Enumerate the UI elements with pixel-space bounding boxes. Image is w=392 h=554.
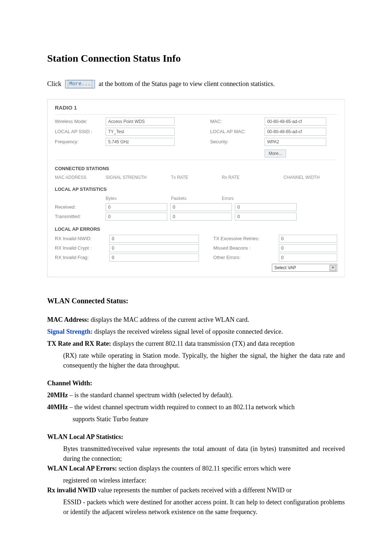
term-txrx: TX Rate and RX Rate:	[47, 340, 111, 347]
label-local-ssid: LOCAL AP SSID :	[55, 128, 106, 135]
field-missed-beacons[interactable]: 0	[279, 244, 337, 252]
field-rx-invalid-crypt[interactable]: 0	[109, 244, 199, 252]
text-wlan-local-err1: section displays the counters of 802.11 …	[117, 465, 291, 472]
p-20mhz: 20MHz – is the standard channel spectrum…	[47, 390, 345, 400]
chevron-down-icon: ▾	[330, 265, 336, 271]
local-ap-errors-title: LOCAL AP ERRORS	[55, 226, 337, 233]
p-wlan-local-err-cont: registered on wireless interface:	[47, 476, 345, 485]
label-local-ap-mac: LOCAL AP MAC:	[210, 128, 265, 135]
wlan-local-ap-stats-title: WLAN Local AP Statistics:	[47, 432, 345, 442]
text-txrx1: displays the current 802.11 data transmi…	[111, 340, 295, 347]
label-security: Security:	[210, 138, 265, 145]
term-mac-address: MAC Address:	[47, 316, 89, 323]
field-rx-invalid-frag[interactable]: 0	[109, 254, 199, 262]
row-transmitted: Transmitted: 0 0 0	[55, 213, 337, 221]
label-transmitted: Transmitted:	[55, 213, 106, 220]
text-20mhz: – is the standard channel spectrum width…	[68, 391, 233, 399]
more-button-label: More...	[68, 80, 92, 88]
field-local-ssid[interactable]: TY_Test	[106, 128, 175, 136]
local-ap-stats-title: LOCAL AP STATISTICS	[55, 186, 337, 193]
th-mac: MAC ADDRESS	[55, 174, 106, 181]
label-tx-excessive-retries: TX Excessive Retries:	[213, 235, 279, 242]
label-other-errors: Other Errors:	[213, 254, 279, 261]
p-40mhz-cont: supports Static Turbo feature	[47, 414, 345, 424]
row-received: Received: 0 0 0	[55, 203, 337, 211]
select-vap-row: Select VAP ▾	[55, 264, 337, 272]
term-wlan-local-stats: WLAN Local AP Statistics:	[47, 433, 123, 440]
th-channel-width: CHANNEL WIDTH	[283, 174, 337, 181]
p-40mhz: 40MHz – the widest channel spectrum widt…	[47, 402, 345, 412]
field-wireless-mode[interactable]: Access Point WDS	[106, 118, 175, 126]
field-tx-errors[interactable]: 0	[235, 213, 297, 221]
th-errors: Errors	[222, 195, 283, 202]
row-err-nwid: RX Invalid NWID: 0 TX Excessive Retries:…	[55, 235, 337, 243]
p-mac-address: MAC Address: displays the MAC address of…	[47, 315, 345, 325]
channel-width-title: Channel Width:	[47, 378, 345, 388]
field-security[interactable]: WPA2	[265, 138, 326, 146]
p-wlan-local-err: WLAN Local AP Errors: section displays t…	[47, 464, 345, 473]
field-tx-excessive-retries[interactable]: 0	[279, 235, 337, 243]
divider	[55, 114, 337, 115]
term-channel-width: Channel Width:	[47, 379, 92, 387]
p-wlan-local-stats: Bytes transmitted/received value represe…	[47, 444, 345, 464]
row-more: More...	[55, 148, 337, 157]
select-vap-dropdown[interactable]: Select VAP ▾	[272, 264, 337, 272]
text-rx-nwid1: value represents the number of packets r…	[96, 487, 291, 494]
field-local-ap-mac[interactable]: 00-80-48-65-ad-cf	[265, 128, 326, 136]
text-mac-address: displays the MAC address of the current …	[89, 316, 249, 323]
label-wireless-mode: Wireless Mode:	[55, 118, 106, 125]
row-frequency: Frequency: 5.745 GHz Security: WPA2	[55, 138, 337, 146]
field-recv-bytes[interactable]: 0	[106, 203, 167, 211]
field-tx-packets[interactable]: 0	[170, 213, 232, 221]
th-packets: Packets	[171, 195, 222, 202]
field-recv-errors[interactable]: 0	[235, 203, 297, 211]
term-40mhz: 40MHz	[47, 403, 68, 411]
divider	[55, 160, 337, 160]
text-signal-strength: displays the received wireless signal le…	[93, 328, 283, 335]
field-recv-packets[interactable]: 0	[170, 203, 232, 211]
text-after: at the bottom of the Status page to view…	[99, 79, 275, 89]
th-rxrate: Rx RATE	[222, 174, 283, 181]
radio-panel: RADIO 1 Wireless Mode: Access Point WDS …	[47, 99, 345, 277]
radio-header: RADIO 1	[55, 104, 337, 112]
row-local-ssid: LOCAL AP SSID : TY_Test LOCAL AP MAC: 00…	[55, 128, 337, 136]
field-tx-bytes[interactable]: 0	[106, 213, 167, 221]
label-received: Received:	[55, 204, 106, 211]
th-bytes: Bytes	[106, 195, 171, 202]
term-rx-nwid: Rx invalid NWID	[47, 487, 96, 494]
local-stats-header: Bytes Packets Errors	[55, 195, 337, 202]
page-title: Station Connection Status Info	[47, 51, 345, 66]
term-signal-strength: Signal Strength:	[47, 328, 93, 335]
field-other-errors[interactable]: 0	[279, 254, 337, 262]
text-40mhz1: – the widest channel spectrum width requ…	[68, 403, 295, 411]
row-err-crypt: RX Invalid Crypt : 0 Missed Beacons : 0	[55, 244, 337, 252]
field-frequency[interactable]: 5.745 GHz	[106, 138, 175, 146]
p-signal-strength: Signal Strength: displays the received w…	[47, 327, 345, 337]
term-20mhz: 20MHz	[47, 391, 68, 399]
term-wlan-local-err: WLAN Local AP Errors:	[47, 465, 117, 472]
p-rx-nwid: Rx invalid NWID value represents the num…	[47, 485, 345, 495]
th-signal: SIGNAL STRENGTH	[106, 174, 171, 181]
more-button[interactable]: More...	[265, 149, 286, 157]
more-button-illustration: More...	[65, 80, 95, 89]
wlan-connected-status-heading: WLAN Connected Status:	[47, 295, 345, 306]
label-missed-beacons: Missed Beacons :	[213, 245, 279, 252]
row-err-frag: RX Invalid Frag: 0 Other Errors: 0	[55, 254, 337, 262]
p-txrx: TX Rate and RX Rate: displays the curren…	[47, 339, 345, 349]
label-rx-invalid-crypt: RX Invalid Crypt :	[55, 245, 109, 252]
label-rx-invalid-nwid: RX Invalid NWID:	[55, 235, 109, 242]
select-vap-label: Select VAP	[274, 264, 296, 271]
field-rx-invalid-nwid[interactable]: 0	[109, 235, 199, 243]
th-txrate: Tx RATE	[171, 174, 222, 181]
connected-stations-header: MAC ADDRESS SIGNAL STRENGTH Tx RATE Rx R…	[55, 174, 337, 181]
p-txrx-cont: (RX) rate while operating in Station mod…	[47, 351, 345, 370]
label-frequency: Frequency:	[55, 138, 106, 145]
click-instruction: Click More... at the bottom of the Statu…	[47, 79, 345, 89]
text-click: Click	[47, 79, 61, 89]
field-mac[interactable]: 00-80-48-65-ad-cf	[265, 118, 326, 126]
label-mac: MAC:	[210, 118, 265, 125]
p-rx-nwid-cont: ESSID - packets which were destined for …	[47, 497, 345, 517]
label-rx-invalid-frag: RX Invalid Frag:	[55, 254, 109, 261]
connected-stations-title: CONNECTED STATIONS	[55, 165, 337, 172]
row-wireless-mode: Wireless Mode: Access Point WDS MAC: 00-…	[55, 118, 337, 126]
